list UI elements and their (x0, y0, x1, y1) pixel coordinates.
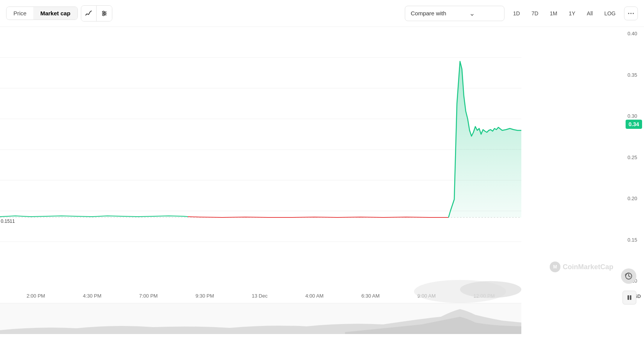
svg-point-22 (460, 281, 521, 298)
line-chart-icon (85, 10, 92, 17)
cmc-icon: M (550, 262, 560, 272)
line-chart-button[interactable] (81, 6, 97, 21)
cmc-text: CoinMarketCap (563, 263, 613, 271)
y-label-025: 0.25 (624, 155, 642, 160)
minimap (0, 303, 521, 334)
pause-button[interactable] (623, 291, 636, 304)
history-button[interactable] (621, 268, 636, 284)
y-label-035: 0.35 (624, 72, 642, 78)
current-price-badge: 0.34 (626, 120, 642, 129)
watermark: M CoinMarketCap (550, 262, 613, 272)
more-options-button[interactable] (624, 7, 638, 20)
marketcap-tab[interactable]: Market cap (33, 7, 77, 20)
y-label-040: 0.40 (624, 31, 642, 36)
y-label-015: 0.15 (624, 237, 642, 243)
history-icon (625, 272, 632, 280)
settings-button[interactable] (97, 6, 112, 21)
toolbar: Price Market cap Compare with ⌄ 1D 7D 1M (0, 0, 644, 27)
svg-point-4 (104, 13, 106, 14)
svg-rect-10 (628, 295, 629, 300)
y-label-030: 0.30 (624, 113, 642, 119)
chevron-down-icon: ⌄ (469, 9, 475, 18)
view-tab-group: Price Market cap (6, 7, 78, 20)
settings-icon (101, 10, 108, 17)
time-range-group: 1D 7D 1M 1Y All LOG (508, 8, 621, 19)
time-1d[interactable]: 1D (508, 8, 525, 19)
compare-with-dropdown[interactable]: Compare with ⌄ (405, 6, 504, 21)
minimap-svg (0, 303, 521, 334)
svg-point-7 (631, 13, 632, 14)
svg-marker-20 (449, 61, 521, 217)
price-chart-svg (0, 27, 521, 303)
svg-rect-11 (630, 295, 631, 300)
more-icon (627, 10, 635, 17)
time-7d[interactable]: 7D (526, 8, 544, 19)
time-log[interactable]: LOG (599, 8, 621, 19)
y-label-020: 0.20 (624, 196, 642, 201)
svg-point-8 (633, 13, 634, 14)
time-all[interactable]: All (582, 8, 598, 19)
svg-point-6 (628, 13, 629, 14)
chart-type-group (81, 5, 112, 21)
pause-icon (626, 295, 632, 301)
compare-label: Compare with (411, 10, 446, 16)
svg-point-5 (103, 14, 104, 16)
chart-container: 0.1511 0.34 0.40 0.35 0.30 0.25 0.20 0.1… (0, 27, 644, 334)
y-axis: 0.40 0.35 0.30 0.25 0.20 0.15 0.10 (623, 31, 644, 284)
time-1y[interactable]: 1Y (564, 8, 581, 19)
svg-point-3 (103, 11, 104, 13)
price-tab[interactable]: Price (7, 7, 33, 20)
time-1m[interactable]: 1M (544, 8, 562, 19)
